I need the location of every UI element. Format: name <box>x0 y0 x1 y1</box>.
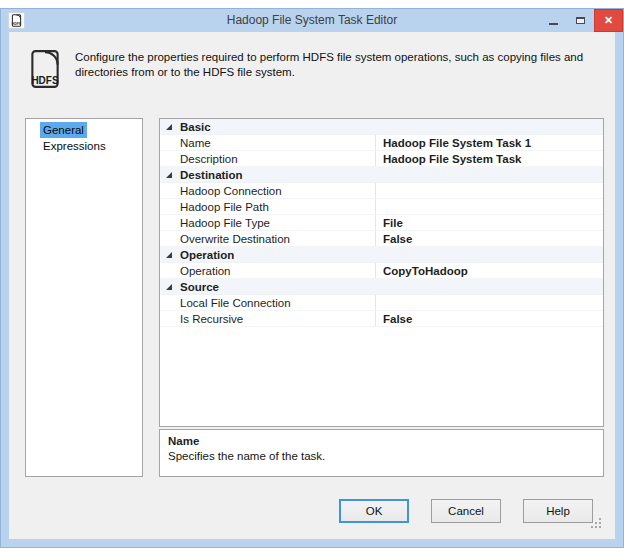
property-value[interactable] <box>375 295 603 310</box>
property-label: Description <box>178 153 375 165</box>
grid-property-row[interactable]: Overwrite Destination False <box>160 231 603 247</box>
cancel-button[interactable]: Cancel <box>431 499 501 523</box>
property-description-panel: Name Specifies the name of the task. <box>159 429 604 477</box>
nav-item-expressions[interactable]: Expressions <box>40 138 109 154</box>
dialog-client-area: HDFS Configure the properties required t… <box>9 32 615 539</box>
property-value[interactable]: CopyToHadoop <box>375 263 603 278</box>
grid-category-row[interactable]: Basic <box>160 119 603 135</box>
grid-category-row[interactable]: Source <box>160 279 603 295</box>
nav-item-general[interactable]: General <box>40 122 87 138</box>
property-description-title: Name <box>168 434 595 449</box>
grid-property-row[interactable]: Hadoop Connection <box>160 183 603 199</box>
category-label: Source <box>178 281 603 293</box>
property-description-text: Specifies the name of the task. <box>168 449 595 464</box>
pages-list: General Expressions <box>25 118 143 477</box>
grid-property-row[interactable]: Operation CopyToHadoop <box>160 263 603 279</box>
category-label: Operation <box>178 249 603 261</box>
property-grid: Basic Name Hadoop File System Task 1 Des… <box>159 118 604 427</box>
grid-category-row[interactable]: Destination <box>160 167 603 183</box>
grid-property-row[interactable]: Is Recursive False <box>160 311 603 327</box>
property-value[interactable]: File <box>375 215 603 230</box>
property-value[interactable] <box>375 183 603 198</box>
property-value[interactable]: Hadoop File System Task <box>375 151 603 166</box>
property-value[interactable]: False <box>375 311 603 326</box>
ok-button[interactable]: OK <box>339 499 409 523</box>
property-label: Is Recursive <box>178 313 375 325</box>
property-label: Hadoop File Type <box>178 217 375 229</box>
property-label: Operation <box>178 265 375 277</box>
title-bar[interactable]: HDFS Hadoop File System Task Editor ✕ <box>1 9 623 32</box>
help-button[interactable]: Help <box>523 499 593 523</box>
grid-property-row[interactable]: Hadoop File Type File <box>160 215 603 231</box>
property-value[interactable]: False <box>375 231 603 246</box>
grid-property-row[interactable]: Local File Connection <box>160 295 603 311</box>
category-label: Destination <box>178 169 603 181</box>
collapse-expander-icon[interactable] <box>160 124 178 130</box>
property-label: Local File Connection <box>178 297 375 309</box>
collapse-expander-icon[interactable] <box>160 284 178 290</box>
grid-property-row[interactable]: Name Hadoop File System Task 1 <box>160 135 603 151</box>
grid-property-row[interactable]: Hadoop File Path <box>160 199 603 215</box>
hdfs-header-icon: HDFS <box>29 49 61 93</box>
grid-property-row[interactable]: Description Hadoop File System Task <box>160 151 603 167</box>
window-title: Hadoop File System Task Editor <box>1 13 623 27</box>
dialog-window: HDFS Hadoop File System Task Editor ✕ HD… <box>0 8 624 548</box>
property-label: Hadoop Connection <box>178 185 375 197</box>
property-label: Hadoop File Path <box>178 201 375 213</box>
property-label: Overwrite Destination <box>178 233 375 245</box>
close-icon: ✕ <box>604 14 613 27</box>
resize-grip[interactable] <box>599 526 601 528</box>
property-value[interactable] <box>375 199 603 214</box>
dialog-description: Configure the properties required to per… <box>75 50 599 80</box>
grid-category-row[interactable]: Operation <box>160 247 603 263</box>
property-label: Name <box>178 137 375 149</box>
window-controls: ✕ <box>540 9 623 32</box>
maximize-button[interactable] <box>567 9 594 32</box>
minimize-button[interactable] <box>540 9 567 32</box>
category-label: Basic <box>178 121 603 133</box>
collapse-expander-icon[interactable] <box>160 252 178 258</box>
collapse-expander-icon[interactable] <box>160 172 178 178</box>
property-value[interactable]: Hadoop File System Task 1 <box>375 135 603 150</box>
minimize-icon <box>549 23 558 25</box>
close-button[interactable]: ✕ <box>594 9 623 32</box>
maximize-icon <box>576 17 585 24</box>
svg-text:HDFS: HDFS <box>31 75 59 86</box>
